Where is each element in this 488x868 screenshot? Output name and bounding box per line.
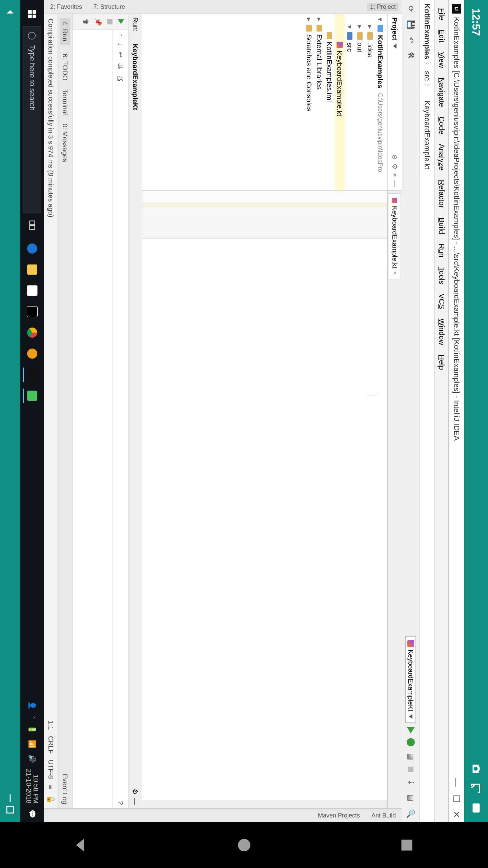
android-back-soft[interactable] <box>4 7 16 18</box>
status-position[interactable]: 1:1 <box>47 721 55 730</box>
down-icon[interactable]: ↓ <box>116 42 125 46</box>
tree-ktfile[interactable]: KeyboardExample.kt <box>336 51 344 116</box>
run-button[interactable] <box>407 727 414 733</box>
vcs-icon[interactable]: ⇣ <box>405 777 416 788</box>
collapse-icon[interactable]: ⊖ <box>391 154 399 160</box>
locate-icon[interactable]: ⌖ <box>391 173 399 177</box>
menu-run[interactable]: Run <box>436 240 447 261</box>
tree-idea[interactable]: .idea <box>366 42 374 58</box>
taskbar-search[interactable]: ◯ Type here to search <box>23 26 41 213</box>
breadcrumb-root[interactable]: KotlinExamples <box>423 3 431 59</box>
tree-out[interactable]: out <box>356 42 364 52</box>
hide-icon[interactable]: — <box>391 180 399 187</box>
search-icon[interactable]: 🔍 <box>405 808 416 819</box>
app-chrome[interactable] <box>23 323 41 342</box>
tray-wifi-icon[interactable]: 📶 <box>28 740 36 748</box>
sync-icon[interactable]: ⟳ <box>405 3 416 14</box>
app-store[interactable] <box>23 281 41 300</box>
hide-icon[interactable]: — <box>131 798 139 805</box>
menu-window[interactable]: Window <box>436 315 447 349</box>
tab-ant[interactable]: Ant Build <box>369 811 399 820</box>
tab-project[interactable]: 1: Project <box>367 3 399 11</box>
menu-code[interactable]: Code <box>436 113 447 139</box>
menu-view[interactable]: View <box>436 48 447 72</box>
error-stripe[interactable] <box>142 801 387 808</box>
project-tree[interactable]: ▾KotlinExamplesC:\Users\geniusvipin\Idea… <box>142 14 387 190</box>
menu-build[interactable]: Build <box>436 214 447 238</box>
tree-extlib[interactable]: External Libraries <box>315 34 323 90</box>
structure-icon[interactable]: ▤ <box>405 792 416 803</box>
tray-people-icon[interactable]: 👤 <box>28 701 36 710</box>
tray-battery-icon[interactable]: 🔋 <box>28 725 36 734</box>
android-square-soft[interactable] <box>4 804 16 815</box>
tray-notifications-icon[interactable]: 💬 <box>28 810 36 818</box>
tab-favorites[interactable]: 2: Favorites <box>47 3 85 11</box>
android-recent-button[interactable] <box>398 836 416 854</box>
tree-src[interactable]: src <box>346 42 354 52</box>
tree-scratch[interactable]: Scratches and Consoles <box>305 34 313 112</box>
tree-root[interactable]: KotlinExamples <box>376 35 384 88</box>
tab-maven[interactable]: Maven Projects <box>315 811 363 820</box>
app-unknown1[interactable] <box>23 302 41 321</box>
menu-tools[interactable]: Tools <box>436 263 447 288</box>
chevron-down-icon[interactable] <box>393 44 396 48</box>
tray-volume-icon[interactable]: 🔊 <box>28 754 36 763</box>
android-home-button[interactable] <box>235 836 253 854</box>
menu-refactor[interactable]: Refactor <box>436 176 447 212</box>
print-icon[interactable]: 🖨 <box>116 75 125 82</box>
editor-tab[interactable]: KeyboardExample.kt × <box>389 193 401 279</box>
wrap-icon[interactable]: ↩ <box>116 52 125 58</box>
debug-button[interactable] <box>407 738 415 746</box>
gear-icon[interactable]: ⚙ <box>391 163 399 170</box>
coverage-icon[interactable]: ▦ <box>405 751 416 762</box>
task-view-button[interactable] <box>23 215 41 235</box>
trash-icon[interactable]: 🗑 <box>82 18 89 25</box>
status-eol[interactable]: CRLF <box>47 736 55 753</box>
code-editor[interactable] <box>142 239 387 801</box>
run-output[interactable] <box>73 30 112 808</box>
tray-chevron-icon[interactable]: ˄ <box>28 716 36 719</box>
tab-run[interactable]: 4: Run <box>60 18 70 45</box>
scroll-icon[interactable]: ⇊ <box>116 63 125 69</box>
android-back-button[interactable] <box>72 836 91 854</box>
tab-structure[interactable]: 7: Structure <box>91 3 128 11</box>
breadcrumb-file[interactable]: KeyboardExample.kt <box>423 100 431 169</box>
hammer-icon[interactable]: 🛠 <box>405 50 416 61</box>
app-explorer[interactable] <box>23 260 41 279</box>
menu-vcs[interactable]: VCS <box>436 290 447 313</box>
menu-navigate[interactable]: Navigate <box>436 74 447 111</box>
android-minimize-soft[interactable] <box>4 792 16 804</box>
close-icon[interactable]: ✕ <box>451 811 462 818</box>
app-intellij[interactable] <box>23 365 41 384</box>
stop-button[interactable] <box>408 767 413 772</box>
tab-messages[interactable]: 0: Messages <box>61 124 69 162</box>
undo-icon[interactable]: ↶ <box>405 35 416 45</box>
app-edge[interactable] <box>23 239 41 258</box>
rerun-icon[interactable] <box>118 19 124 24</box>
menu-edit[interactable]: Edit <box>436 25 447 46</box>
menu-analyze[interactable]: Analyze <box>436 140 447 174</box>
save-icon[interactable]: 💾 <box>405 19 416 30</box>
help-icon[interactable]: ? <box>116 801 125 805</box>
taskbar-clock[interactable]: 10:58 PM 21-10-2018 <box>25 769 39 804</box>
start-button[interactable] <box>23 4 41 24</box>
stop-icon[interactable] <box>107 19 113 24</box>
status-encoding[interactable]: UTF-8 <box>47 760 55 779</box>
tree-iml[interactable]: KotlinExamples.iml <box>325 42 333 102</box>
tab-eventlog[interactable]: Event Log <box>61 774 69 804</box>
gear-icon[interactable]: ⚙ <box>131 789 139 795</box>
app-notes[interactable] <box>23 386 41 406</box>
menu-help[interactable]: Help <box>436 351 447 374</box>
maximize-icon[interactable]: ☐ <box>451 795 462 803</box>
tab-terminal[interactable]: Terminal <box>61 89 69 115</box>
menu-file[interactable]: File <box>436 4 447 24</box>
up-icon[interactable]: ↑ <box>116 33 125 37</box>
minimize-icon[interactable]: — <box>451 778 462 787</box>
status-indent[interactable]: ≡ <box>47 785 55 789</box>
run-config-selector[interactable]: KeyboardExampleKt <box>406 636 416 723</box>
close-tab-icon[interactable]: × <box>391 271 399 275</box>
breadcrumb-src[interactable]: src <box>423 71 431 81</box>
app-media[interactable] <box>23 344 41 363</box>
tab-todo[interactable]: 6: TODO <box>61 54 69 80</box>
pin-icon[interactable]: 📌 <box>94 18 102 26</box>
